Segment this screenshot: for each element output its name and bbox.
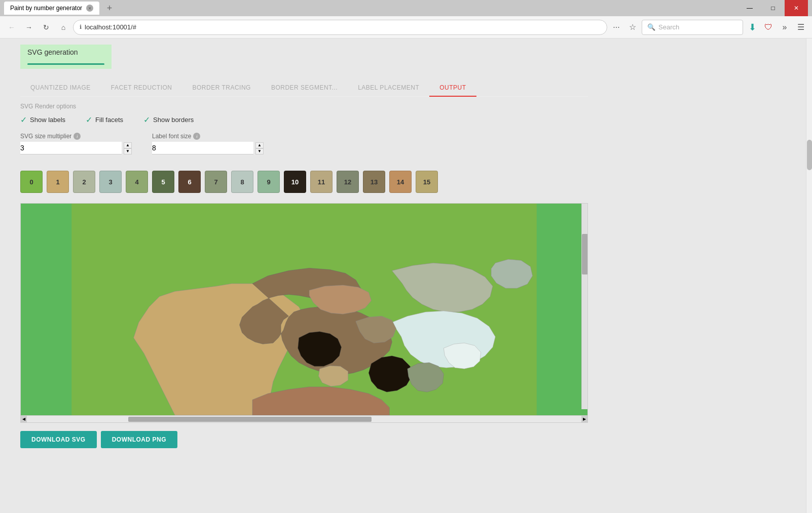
color-swatch-1[interactable]: 1	[47, 171, 69, 193]
home-button[interactable]: ⌂	[56, 20, 71, 35]
svg-size-label: SVG size multiplier i	[20, 133, 132, 140]
svg-size-info-icon[interactable]: i	[73, 133, 81, 140]
label-font-group: Label font size i ▲ ▼	[152, 133, 264, 154]
tab-border-segment[interactable]: BORDER SEGMENT...	[261, 79, 348, 96]
hscroll-left[interactable]: ◀	[21, 416, 27, 423]
progress-section: SVG generation	[20, 38, 588, 75]
tab-quantized-image[interactable]: QUANTIZED IMAGE	[20, 79, 101, 96]
tab-close-button[interactable]: ×	[86, 5, 93, 12]
svg-size-up[interactable]: ▲	[124, 142, 132, 148]
label-font-label: Label font size i	[152, 133, 264, 140]
label-font-up[interactable]: ▲	[255, 142, 264, 148]
download-png-button[interactable]: DOWNLOAD PNG	[101, 431, 177, 448]
fill-facets-option[interactable]: ✓ Fill facets	[86, 115, 123, 125]
fill-facets-label: Fill facets	[95, 116, 123, 124]
pbn-canvas: 0 1 1 12 5 14 15 13 3 7 8 9 2 5	[21, 204, 587, 415]
svg-size-input[interactable]	[20, 142, 122, 154]
close-button[interactable]: ✕	[785, 0, 808, 16]
label-font-input[interactable]	[152, 142, 253, 154]
fill-facets-check: ✓	[86, 115, 92, 125]
nav-icons: ··· ☆	[609, 20, 640, 34]
page-main: SVG generation QUANTIZED IMAGE FACET RED…	[0, 38, 806, 513]
options-title: SVG Render options	[20, 103, 588, 110]
new-tab-button[interactable]: +	[103, 2, 116, 14]
color-swatch-9[interactable]: 9	[257, 171, 280, 193]
svg-size-group: SVG size multiplier i ▲ ▼	[20, 133, 132, 154]
color-swatch-2[interactable]: 2	[73, 171, 95, 193]
hscroll-right[interactable]: ▶	[581, 416, 587, 423]
show-labels-check: ✓	[20, 115, 27, 125]
tab-output[interactable]: OUTPUT	[429, 79, 476, 96]
nav-bar: ← → ↻ ⌂ ℹ localhost:10001/# ··· ☆ 🔍 Sear…	[0, 16, 812, 38]
minimize-button[interactable]: —	[738, 0, 761, 16]
color-swatch-12[interactable]: 12	[337, 171, 359, 193]
color-swatch-7[interactable]: 7	[205, 171, 227, 193]
color-swatch-15[interactable]: 15	[416, 171, 438, 193]
color-swatch-5[interactable]: 5	[152, 171, 174, 193]
tab-border-tracing[interactable]: BORDER TRACING	[182, 79, 261, 96]
color-swatch-14[interactable]: 14	[389, 171, 412, 193]
address-bar[interactable]: ℹ localhost:10001/#	[73, 20, 607, 35]
page-scrollbar[interactable]	[806, 38, 812, 513]
canvas-scrollbar-vertical[interactable]	[581, 204, 587, 409]
show-borders-check: ✓	[143, 115, 150, 125]
color-swatch-6[interactable]: 6	[178, 171, 201, 193]
canvas-container: 0 1 1 12 5 14 15 13 3 7 8 9 2 5	[20, 203, 588, 416]
window-controls: — □ ✕	[738, 0, 808, 16]
inputs-row: SVG size multiplier i ▲ ▼	[20, 133, 588, 154]
back-button[interactable]: ←	[4, 20, 19, 35]
search-placeholder: Search	[658, 23, 679, 31]
forward-button[interactable]: →	[21, 20, 36, 35]
tab-label-placement[interactable]: LABEL PLACEMENT	[348, 79, 429, 96]
download-icon[interactable]: ⬇	[745, 20, 759, 34]
show-borders-option[interactable]: ✓ Show borders	[143, 115, 194, 125]
title-bar: Paint by number generator × + — □ ✕	[0, 0, 812, 16]
label-font-input-wrapper: ▲ ▼	[152, 142, 264, 154]
tabs-row: QUANTIZED IMAGE FACET REDUCTION BORDER T…	[20, 79, 588, 97]
extensions-icon[interactable]: »	[778, 20, 792, 34]
bookmark-icon[interactable]: ☆	[625, 20, 640, 34]
color-swatch-0[interactable]: 0	[20, 171, 43, 193]
svg-gen-text: SVG generation	[27, 48, 78, 56]
canvas-vscroll-thumb[interactable]	[582, 234, 588, 274]
search-bar[interactable]: 🔍 Search	[642, 20, 743, 35]
label-font-spinner: ▲ ▼	[255, 142, 264, 154]
svg-size-input-wrapper: ▲ ▼	[20, 142, 132, 154]
color-swatch-13[interactable]: 13	[363, 171, 385, 193]
color-swatch-8[interactable]: 8	[231, 171, 253, 193]
horizontal-scrollbar[interactable]: ◀ ▶	[20, 416, 588, 423]
search-icon: 🔍	[647, 23, 655, 31]
address-text: localhost:10001/#	[85, 23, 136, 31]
show-labels-option[interactable]: ✓ Show labels	[20, 115, 65, 125]
swatches-row: 0123456789101112131415	[20, 171, 588, 193]
shield-icon[interactable]: 🛡	[761, 20, 776, 34]
lock-icon: ℹ	[80, 24, 82, 30]
download-row: DOWNLOAD SVG DOWNLOAD PNG	[20, 431, 588, 448]
options-section: SVG Render options ✓ Show labels ✓ Fill …	[20, 97, 588, 161]
color-swatch-10[interactable]: 10	[284, 171, 306, 193]
show-borders-label: Show borders	[153, 116, 194, 124]
svg-size-spinner: ▲ ▼	[124, 142, 132, 154]
maximize-button[interactable]: □	[761, 0, 785, 16]
options-row: ✓ Show labels ✓ Fill facets ✓ Show borde…	[20, 115, 588, 125]
color-swatch-3[interactable]: 3	[99, 171, 122, 193]
label-font-info-icon[interactable]: i	[193, 133, 200, 140]
svg-size-down[interactable]: ▼	[124, 148, 132, 154]
svg-generation-label: SVG generation	[20, 45, 112, 69]
menu-icon[interactable]: ☰	[794, 20, 808, 34]
download-svg-button[interactable]: DOWNLOAD SVG	[20, 431, 97, 448]
label-font-down[interactable]: ▼	[255, 148, 264, 154]
page-scroll-thumb[interactable]	[807, 140, 812, 170]
color-swatch-4[interactable]: 4	[126, 171, 148, 193]
browser-tab[interactable]: Paint by number generator ×	[4, 2, 99, 15]
hscroll-thumb[interactable]	[128, 417, 372, 422]
reload-button[interactable]: ↻	[39, 20, 54, 35]
tab-title: Paint by number generator	[10, 5, 82, 12]
progress-bar	[27, 63, 104, 65]
show-labels-label: Show labels	[30, 116, 65, 124]
color-swatch-11[interactable]: 11	[310, 171, 333, 193]
tab-facet-reduction[interactable]: FACET REDUCTION	[101, 79, 182, 96]
more-options-icon[interactable]: ···	[609, 20, 623, 34]
